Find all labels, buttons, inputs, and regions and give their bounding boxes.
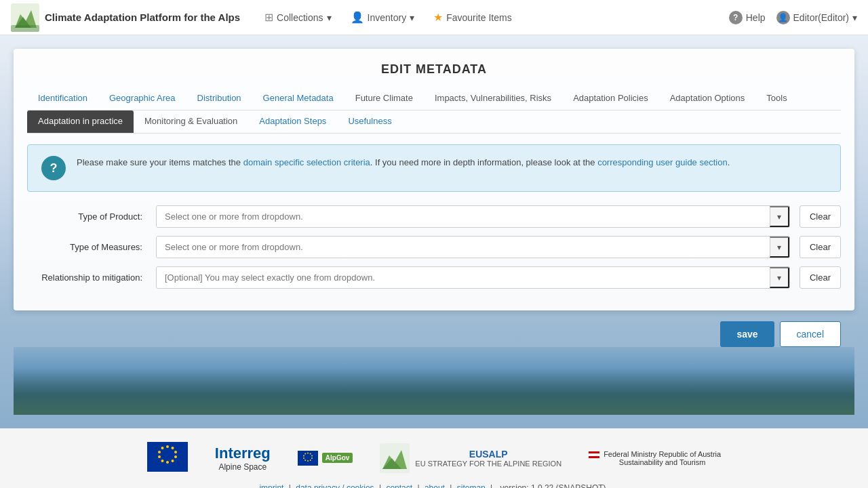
info-link-guide[interactable]: corresponding user guide section bbox=[597, 157, 728, 167]
tabs-row2: Adaptation in practice Monitoring & Eval… bbox=[27, 110, 841, 134]
inventory-icon: 👤 bbox=[351, 11, 364, 24]
eusalp-sub: EU STRATEGY FOR THE ALPINE REGION bbox=[415, 460, 561, 468]
tab1-distribution[interactable]: Distribution bbox=[186, 87, 252, 110]
nav-collections-label: Collections bbox=[277, 12, 323, 23]
svg-point-23 bbox=[303, 458, 304, 459]
info-text-middle: . If you need more in depth information,… bbox=[370, 157, 597, 167]
clear-relationship-btn[interactable]: Clear bbox=[800, 266, 841, 289]
page-title: EDIT METADATA bbox=[27, 62, 841, 77]
brand-name: Climate Adaptation Platform for the Alps bbox=[45, 12, 240, 23]
tab1-adaptation-policies[interactable]: Adaptation Policies bbox=[562, 87, 659, 110]
tab1-adaptation-options[interactable]: Adaptation Options bbox=[659, 87, 756, 110]
tab2-usefulness[interactable]: Usefulness bbox=[337, 110, 402, 133]
svg-point-13 bbox=[158, 451, 161, 453]
footer-link-contact[interactable]: contact bbox=[386, 483, 412, 488]
clear-type-of-product-btn[interactable]: Clear bbox=[800, 205, 841, 228]
footer-link-privacy[interactable]: data privacy / cookies bbox=[296, 483, 374, 488]
nav-editor[interactable]: 👤 Editor(Editor) ▾ bbox=[776, 11, 857, 24]
tab1-tools[interactable]: Tools bbox=[755, 87, 797, 110]
save-button[interactable]: save bbox=[720, 321, 774, 347]
input-relationship-to-mitigation[interactable] bbox=[157, 267, 770, 288]
favourite-icon: ★ bbox=[433, 11, 443, 24]
dropdown-type-of-product-btn[interactable]: ▾ bbox=[770, 206, 789, 227]
tab1-future-climate[interactable]: Future Climate bbox=[344, 87, 424, 110]
form-row-type-of-measures: Type of Measures: ▾ Clear bbox=[27, 236, 841, 258]
nav-favourite-label: Favourite Items bbox=[446, 12, 511, 23]
dropdown-relationship-wrapper: ▾ bbox=[156, 266, 790, 289]
cancel-button[interactable]: cancel bbox=[780, 321, 841, 347]
svg-point-14 bbox=[161, 447, 163, 449]
austria-sub: Sustainability and Tourism bbox=[604, 458, 721, 466]
info-text-after: . bbox=[728, 157, 730, 167]
info-box: ? Please make sure your items matches th… bbox=[27, 144, 841, 192]
brand-logo bbox=[11, 3, 39, 32]
eu-flag-icon bbox=[147, 442, 188, 472]
svg-point-12 bbox=[158, 455, 161, 458]
footer: Interreg Alpine Space bbox=[0, 428, 868, 488]
nav-inventory-label: Inventory bbox=[368, 12, 407, 23]
nav-collections[interactable]: ⊞ Collections ▾ bbox=[256, 7, 339, 28]
dropdown-type-of-product-wrapper: ▾ bbox=[156, 205, 790, 228]
interreg-title: Interreg bbox=[215, 445, 271, 462]
austria-flag-icon bbox=[589, 451, 599, 458]
svg-point-8 bbox=[174, 455, 177, 458]
tab1-geographic-area[interactable]: Geographic Area bbox=[98, 87, 186, 110]
eusalp-icon bbox=[380, 443, 410, 473]
bottom-buttons: save cancel bbox=[14, 310, 854, 347]
nav-help[interactable]: ? Help bbox=[729, 11, 766, 24]
eusalp-text-block: EUSALP EU STRATEGY FOR THE ALPINE REGION bbox=[415, 449, 561, 468]
dropdown-type-of-measures-wrapper: ▾ bbox=[156, 236, 790, 258]
clear-type-of-measures-btn[interactable]: Clear bbox=[800, 236, 841, 258]
svg-point-16 bbox=[307, 452, 309, 453]
svg-point-5 bbox=[166, 445, 169, 448]
svg-point-21 bbox=[307, 460, 309, 462]
svg-point-9 bbox=[171, 460, 174, 462]
navbar: Climate Adaptation Platform for the Alps… bbox=[0, 0, 868, 35]
nav-help-label: Help bbox=[746, 12, 766, 23]
label-relationship-to-mitigation: Relationship to mitigation: bbox=[27, 272, 149, 283]
tab1-impacts[interactable]: Impacts, Vulnerabilities, Risks bbox=[424, 87, 562, 110]
inventory-chevron-icon: ▾ bbox=[410, 12, 414, 23]
scenic-strip bbox=[14, 347, 854, 415]
dropdown-relationship-btn[interactable]: ▾ bbox=[770, 267, 789, 288]
editor-chevron-icon: ▾ bbox=[852, 12, 857, 23]
label-type-of-product: Type of Product: bbox=[27, 211, 149, 222]
nav-inventory[interactable]: 👤 Inventory ▾ bbox=[342, 7, 423, 28]
tab2-adaptation-in-practice[interactable]: Adaptation in practice bbox=[27, 110, 134, 133]
dropdown-type-of-measures-btn[interactable]: ▾ bbox=[770, 237, 789, 258]
austria-block: Federal Ministry Republic of Austria Sus… bbox=[589, 450, 721, 466]
footer-link-about[interactable]: about bbox=[425, 483, 445, 488]
svg-point-19 bbox=[311, 458, 313, 459]
tabs-row1: Identification Geographic Area Distribut… bbox=[27, 87, 841, 110]
main-card: EDIT METADATA Identification Geographic … bbox=[14, 49, 854, 310]
eu-alpgov-logos: AlpGov bbox=[298, 451, 353, 466]
help-icon: ? bbox=[729, 11, 743, 24]
nav-favourite[interactable]: ★ Favourite Items bbox=[425, 7, 519, 28]
svg-point-24 bbox=[303, 455, 304, 456]
tab1-general-metadata[interactable]: General Metadata bbox=[252, 87, 344, 110]
info-link-domain[interactable]: domain specific selection criteria bbox=[243, 157, 370, 167]
tab1-identification[interactable]: Identification bbox=[27, 87, 98, 110]
svg-point-6 bbox=[171, 447, 174, 449]
eusalp-logo: EUSALP EU STRATEGY FOR THE ALPINE REGION bbox=[380, 443, 561, 473]
svg-point-11 bbox=[161, 460, 163, 462]
eusalp-title: EUSALP bbox=[415, 449, 561, 460]
tab2-adaptation-steps[interactable]: Adaptation Steps bbox=[248, 110, 337, 133]
svg-point-20 bbox=[310, 460, 311, 461]
austria-org: Federal Ministry Republic of Austria bbox=[604, 450, 721, 458]
svg-point-7 bbox=[174, 451, 177, 453]
svg-rect-3 bbox=[11, 25, 39, 32]
label-type-of-measures: Type of Measures: bbox=[27, 242, 149, 252]
input-type-of-product[interactable] bbox=[157, 206, 770, 227]
info-text: Please make sure your items matches the … bbox=[77, 156, 730, 170]
info-icon: ? bbox=[41, 156, 66, 180]
svg-point-25 bbox=[304, 453, 306, 454]
input-type-of-measures[interactable] bbox=[157, 237, 770, 258]
svg-point-18 bbox=[311, 455, 313, 456]
eu-logo bbox=[147, 442, 188, 474]
nav-editor-label: Editor(Editor) bbox=[793, 12, 849, 23]
form-row-relationship-to-mitigation: Relationship to mitigation: ▾ Clear bbox=[27, 266, 841, 289]
tab2-monitoring-evaluation[interactable]: Monitoring & Evaluation bbox=[134, 110, 248, 133]
footer-link-imprint[interactable]: imprint bbox=[259, 483, 283, 488]
footer-link-sitemap[interactable]: sitemap bbox=[457, 483, 486, 488]
